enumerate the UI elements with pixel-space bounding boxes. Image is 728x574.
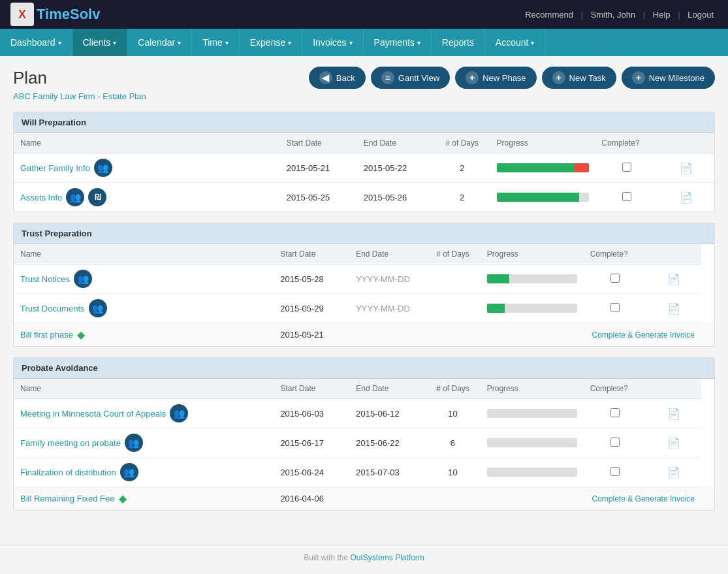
note-icon[interactable]: 📄 <box>667 438 680 449</box>
billing-icon: ₪ <box>88 188 106 206</box>
task-name-link[interactable]: Trust Documents <box>20 304 85 313</box>
user-link[interactable]: Smith, John <box>591 10 636 20</box>
note-cell: 📄 <box>658 183 714 212</box>
end-date: 2015-06-22 <box>349 428 425 458</box>
progress-cell <box>481 428 584 458</box>
complete-cell <box>584 294 646 323</box>
nav-account[interactable]: Account ▾ <box>485 29 546 56</box>
nav-reports[interactable]: Reports <box>432 29 485 56</box>
column-header-end-date: End Date <box>349 244 425 264</box>
note-icon[interactable]: 📄 <box>667 408 680 419</box>
generate-invoice-link[interactable]: Complete & Generate Invoice <box>592 494 695 503</box>
complete-checkbox[interactable] <box>622 192 631 201</box>
outsystems-link[interactable]: OutSystems Platform <box>351 553 424 562</box>
task-name-link[interactable]: Bill Remaining Fixed Fee <box>20 494 115 503</box>
gantt-view-button[interactable]: ≡ Gantt View <box>371 67 450 89</box>
note-cell: 📄 <box>646 458 701 487</box>
table-row: Meeting in Minnesota Court of Appeals👥20… <box>14 399 714 428</box>
nav-invoices[interactable]: Invoices ▾ <box>302 29 363 56</box>
help-link[interactable]: Help <box>653 10 671 20</box>
nav-clients[interactable]: Clients ▾ <box>72 29 128 56</box>
note-icon[interactable]: 📄 <box>680 192 693 203</box>
table-row: Family meeting on probate👥2015-06-172015… <box>14 428 714 458</box>
nav-bar: Dashboard ▾ Clients ▾ Calendar ▾ Time ▾ … <box>0 29 728 56</box>
table-row: Bill Remaining Fixed Fee◆2016-04-06Compl… <box>14 487 714 511</box>
chevron-down-icon: ▾ <box>417 39 420 46</box>
num-days: 6 <box>425 428 481 458</box>
nav-calendar[interactable]: Calendar ▾ <box>127 29 192 56</box>
table-row: Bill first phase◆2015-05-21Complete & Ge… <box>14 323 714 347</box>
task-name-link[interactable]: Trust Notices <box>20 274 70 284</box>
num-days: 10 <box>425 458 481 487</box>
task-table: NameStart DateEnd Date# of DaysProgressC… <box>14 244 714 346</box>
start-date: 2015-05-21 <box>274 323 349 347</box>
progress-fill-green <box>497 163 575 172</box>
user-icon: 👥 <box>89 299 107 317</box>
logout-link[interactable]: Logout <box>688 10 714 20</box>
complete-checkbox[interactable] <box>610 467 620 476</box>
progress-bar <box>487 304 577 313</box>
note-icon[interactable]: 📄 <box>667 303 680 314</box>
start-date: 2016-04-06 <box>274 487 349 511</box>
end-date: 2015-05-26 <box>357 183 434 212</box>
task-name-link[interactable]: Assets Info <box>20 193 62 202</box>
page-content: Plan ◀ Back ≡ Gantt View + New Phase + N… <box>0 56 728 532</box>
user-icon: 👥 <box>74 270 92 288</box>
nav-payments[interactable]: Payments ▾ <box>364 29 432 56</box>
task-name-link[interactable]: Bill first phase <box>20 330 73 340</box>
nav-dashboard[interactable]: Dashboard ▾ <box>0 29 72 56</box>
complete-cell <box>595 153 659 183</box>
start-date: 2015-05-28 <box>274 264 349 294</box>
note-cell: 📄 <box>658 153 714 183</box>
phase-section-1: Trust PreparationNameStart DateEnd Date#… <box>13 223 715 347</box>
complete-checkbox[interactable] <box>622 163 631 172</box>
complete-checkbox[interactable] <box>610 303 620 312</box>
user-icon: 👥 <box>120 463 138 481</box>
task-name-link[interactable]: Finalization of distribution <box>20 468 116 477</box>
task-name-link[interactable]: Family meeting on probate <box>20 438 121 448</box>
note-icon[interactable]: 📄 <box>667 467 680 478</box>
column-header---of-days: # of Days <box>425 379 481 399</box>
end-date-placeholder[interactable]: YYYY-MM-DD <box>356 304 410 313</box>
complete-checkbox[interactable] <box>610 438 620 447</box>
note-cell <box>701 323 714 347</box>
recommend-link[interactable]: Recommend <box>525 10 573 20</box>
new-phase-button[interactable]: + New Phase <box>455 67 536 89</box>
end-date-placeholder[interactable]: YYYY-MM-DD <box>356 274 410 284</box>
num-days <box>425 294 481 323</box>
column-header-progress: Progress <box>481 379 584 399</box>
generate-invoice-link[interactable]: Complete & Generate Invoice <box>592 330 695 340</box>
task-table: NameStart DateEnd Date# of DaysProgressC… <box>14 379 714 510</box>
start-date: 2015-05-29 <box>274 294 349 323</box>
progress-fill-green <box>487 274 509 283</box>
chevron-down-icon: ▾ <box>288 39 291 46</box>
complete-cell <box>584 458 646 487</box>
chevron-down-icon: ▾ <box>531 39 534 46</box>
column-header- <box>658 133 714 153</box>
nav-time[interactable]: Time ▾ <box>192 29 240 56</box>
new-task-button[interactable]: + New Task <box>542 67 616 89</box>
back-button[interactable]: ◀ Back <box>309 67 366 89</box>
nav-expense[interactable]: Expense ▾ <box>240 29 302 56</box>
complete-checkbox[interactable] <box>610 274 620 283</box>
task-table: NameStart DateEnd Date# of DaysProgressC… <box>14 133 714 212</box>
note-cell: 📄 <box>646 428 701 458</box>
task-name-link[interactable]: Meeting in Minnesota Court of Appeals <box>20 409 166 419</box>
action-buttons: ◀ Back ≡ Gantt View + New Phase + New Ta… <box>309 67 715 89</box>
user-icon: 👥 <box>66 188 84 206</box>
progress-bar <box>487 409 577 418</box>
note-icon[interactable]: 📄 <box>667 274 680 285</box>
end-date: 2015-07-03 <box>349 458 425 487</box>
column-header- <box>646 379 701 399</box>
milestone-action-cell: Complete & Generate Invoice <box>481 323 701 347</box>
column-header-progress: Progress <box>490 133 595 153</box>
note-icon[interactable]: 📄 <box>680 163 693 174</box>
milestone-action-cell: Complete & Generate Invoice <box>481 487 701 511</box>
complete-checkbox[interactable] <box>610 408 620 417</box>
task-name-link[interactable]: Gather Family Info <box>20 163 90 173</box>
note-cell: 📄 <box>646 294 701 323</box>
column-header-end-date: End Date <box>357 133 434 153</box>
new-milestone-button[interactable]: + New Milestone <box>622 67 715 89</box>
progress-fill-red <box>575 163 588 172</box>
logo: X TimeSolv <box>10 3 100 26</box>
